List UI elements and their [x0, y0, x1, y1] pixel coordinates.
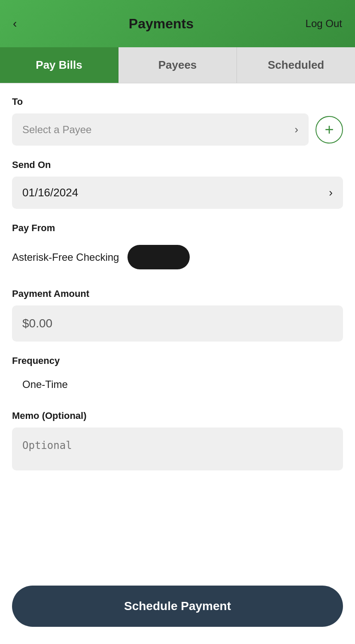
schedule-payment-button[interactable]: Schedule Payment [12, 586, 343, 627]
tab-bar: Pay Bills Payees Scheduled [0, 47, 355, 83]
send-on-selector[interactable]: 01/16/2024 › [12, 177, 343, 209]
payee-chevron-icon: › [294, 123, 298, 136]
memo-label: Memo (Optional) [12, 410, 343, 421]
memo-input[interactable] [12, 427, 343, 470]
payee-field-group: To Select a Payee › + [12, 96, 343, 146]
payment-amount-field-group: Payment Amount [12, 288, 343, 342]
tab-pay-bills[interactable]: Pay Bills [0, 47, 118, 83]
frequency-field-group: Frequency One-Time [12, 355, 343, 397]
logout-button[interactable]: Log Out [306, 18, 342, 30]
frequency-value: One-Time [12, 372, 343, 397]
to-label: To [12, 96, 343, 107]
pay-from-row: Asterisk-Free Checking [12, 240, 343, 275]
send-on-chevron-icon: › [329, 186, 333, 199]
payee-placeholder-text: Select a Payee [22, 124, 91, 136]
page-title: Payments [17, 16, 305, 32]
pay-from-field-group: Pay From Asterisk-Free Checking [12, 223, 343, 275]
tab-payees[interactable]: Payees [118, 47, 237, 83]
back-button[interactable]: ‹ [13, 17, 17, 31]
payment-amount-label: Payment Amount [12, 288, 343, 299]
frequency-label: Frequency [12, 355, 343, 366]
pay-from-label: Pay From [12, 223, 343, 234]
pay-from-account-text: Asterisk-Free Checking [12, 251, 119, 263]
send-on-value: 01/16/2024 [22, 186, 78, 199]
tab-scheduled[interactable]: Scheduled [237, 47, 355, 83]
add-payee-button[interactable]: + [316, 116, 343, 143]
account-badge [127, 245, 190, 269]
header: ‹ Payments Log Out [0, 0, 355, 47]
bottom-bar: Schedule Payment [0, 575, 355, 644]
send-on-label: Send On [12, 159, 343, 171]
payee-row: Select a Payee › + [12, 113, 343, 146]
send-on-field-group: Send On 01/16/2024 › [12, 159, 343, 209]
plus-icon: + [325, 121, 334, 139]
form-content: To Select a Payee › + Send On 01/16/2024… [0, 83, 355, 575]
memo-field-group: Memo (Optional) [12, 410, 343, 472]
payment-amount-input[interactable] [12, 305, 343, 342]
payee-selector[interactable]: Select a Payee › [12, 113, 309, 146]
